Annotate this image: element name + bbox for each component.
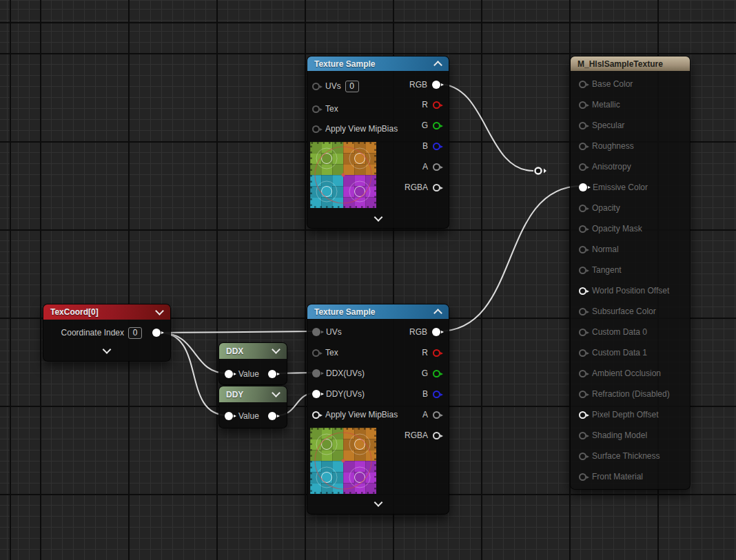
ddy-header[interactable]: DDY — [219, 386, 287, 402]
node-texture-sample-top[interactable]: Texture Sample UVs 0 Tex Apply View MipB… — [307, 56, 449, 229]
b-output-pin[interactable] — [433, 391, 440, 398]
texcoord-header[interactable]: TexCoord[0] — [43, 304, 170, 320]
g-output-label: G — [422, 121, 428, 130]
material-pin-surface-thickness[interactable] — [579, 453, 586, 460]
b-output-pin[interactable] — [433, 143, 440, 150]
chevron-down-icon[interactable] — [272, 345, 280, 354]
wire-rgb-dangling[interactable] — [438, 84, 533, 171]
material-pin-shading-model[interactable] — [579, 432, 586, 439]
tex-input-pin[interactable] — [312, 349, 320, 357]
rgba-output-pin[interactable] — [433, 432, 440, 439]
material-pin-ambient-occlusion[interactable] — [579, 370, 586, 377]
material-pin-opacity-mask-label: Opacity Mask — [592, 224, 642, 234]
chevron-down-icon — [374, 498, 382, 507]
texture-sample-top-title: Texture Sample — [314, 59, 375, 69]
material-pin-refraction[interactable] — [579, 391, 586, 398]
material-pin-opacity[interactable] — [579, 205, 586, 212]
wire-rgb-to-emissive[interactable] — [438, 186, 582, 331]
node-ddy[interactable]: DDY Value — [218, 386, 287, 428]
uvs-input-pin[interactable] — [312, 328, 320, 336]
material-pin-world-position-offset-label: World Position Offset — [592, 286, 669, 295]
material-header[interactable]: M_HlslSampleTexture — [571, 56, 690, 71]
g-output-label: G — [422, 369, 428, 378]
uvs-input-pin[interactable] — [312, 83, 320, 90]
ddx-value-input-pin[interactable] — [225, 370, 233, 378]
rgb-output-label: RGB — [409, 327, 427, 337]
material-pin-tangent-label: Tangent — [592, 265, 622, 275]
material-pin-subsurface-color-label: Subsurface Color — [592, 307, 656, 316]
material-pin-emissive-color-label: Emissive Color — [593, 183, 648, 192]
material-pin-base-color-label: Base Color — [592, 79, 633, 89]
ddy-output-pin[interactable] — [268, 412, 276, 420]
texture-sample-top-collapse-button[interactable] — [375, 211, 381, 223]
chevron-down-icon — [103, 345, 112, 354]
ddy-title: DDY — [226, 390, 243, 400]
b-output-label: B — [422, 141, 428, 151]
coordinate-index-label: Coordinate Index — [61, 328, 124, 338]
material-pin-base-color[interactable] — [579, 81, 586, 88]
material-pin-ambient-occlusion-label: Ambient Occlusion — [592, 369, 661, 378]
chevron-down-icon[interactable] — [155, 307, 164, 315]
g-output-pin[interactable] — [433, 370, 440, 377]
material-pin-custom-data-0-label: Custom Data 0 — [592, 327, 647, 337]
texcoord-collapse-button[interactable] — [104, 343, 110, 355]
r-output-pin[interactable] — [433, 101, 440, 109]
material-pin-pixel-depth-offset-label: Pixel Depth Offset — [592, 410, 659, 419]
node-ddx[interactable]: DDX Value — [218, 342, 287, 385]
ddy-value-input-pin[interactable] — [225, 412, 233, 420]
material-pin-surface-thickness-label: Surface Thickness — [592, 451, 660, 461]
node-texcoord[interactable]: TexCoord[0] 0 Coordinate Index — [43, 304, 171, 362]
chevron-down-icon[interactable] — [272, 388, 280, 397]
r-output-label: R — [422, 100, 428, 110]
tex-input-label: Tex — [325, 104, 338, 114]
rgba-output-label: RGBA — [405, 183, 428, 192]
dangling-wire-endpoint-icon[interactable] — [535, 168, 547, 174]
material-pin-custom-data-1[interactable] — [579, 349, 586, 357]
texture-sample-bottom-collapse-button[interactable] — [375, 496, 381, 508]
texcoord-output-pin[interactable] — [152, 329, 161, 337]
tex-input-label: Tex — [325, 348, 338, 357]
ddx-uvs-input-pin[interactable] — [312, 369, 320, 377]
a-output-pin[interactable] — [433, 163, 440, 171]
material-pin-pixel-depth-offset[interactable] — [579, 411, 586, 419]
rgba-output-pin[interactable] — [433, 184, 440, 191]
material-pin-roughness[interactable] — [579, 143, 586, 150]
texture-sample-bottom-header[interactable]: Texture Sample — [307, 304, 449, 319]
material-pin-tangent[interactable] — [579, 267, 586, 274]
tex-input-pin[interactable] — [312, 105, 320, 113]
ddx-title: DDX — [226, 346, 243, 356]
material-pin-custom-data-0[interactable] — [579, 329, 586, 336]
material-pin-normal[interactable] — [579, 246, 586, 253]
apply-view-mipbias-input-pin[interactable] — [312, 125, 320, 133]
apply-view-mipbias-input-pin[interactable] — [312, 411, 320, 419]
material-pin-specular[interactable] — [579, 122, 586, 129]
a-output-pin[interactable] — [433, 411, 440, 419]
wire-texcoord-to-uvs[interactable] — [160, 331, 314, 333]
chevron-up-icon[interactable] — [433, 61, 442, 70]
ddx-header[interactable]: DDX — [219, 343, 287, 359]
coordinate-index-value[interactable]: 0 — [128, 327, 142, 339]
material-graph-canvas[interactable]: { "graph": { "background_color": "#24242… — [0, 0, 736, 560]
material-pin-metallic[interactable] — [579, 101, 586, 109]
material-pin-shading-model-label: Shading Model — [592, 431, 647, 440]
ddx-output-pin[interactable] — [268, 370, 276, 378]
material-pin-normal-label: Normal — [592, 245, 619, 254]
ddx-value-label: Value — [238, 369, 259, 379]
material-pin-subsurface-color[interactable] — [579, 308, 586, 315]
uvs-value[interactable]: 0 — [345, 81, 359, 92]
g-output-pin[interactable] — [433, 122, 440, 129]
rgb-output-pin[interactable] — [432, 81, 440, 89]
node-texture-sample-bottom[interactable]: Texture Sample UVs Tex DDX(UVs) DDY(UVs)… — [307, 304, 449, 515]
r-output-pin[interactable] — [433, 349, 440, 357]
material-pin-front-material[interactable] — [579, 473, 586, 481]
node-material-output[interactable]: M_HlslSampleTexture Base Color Metallic … — [570, 56, 691, 490]
texture-sample-top-header[interactable]: Texture Sample — [307, 56, 449, 71]
material-pin-opacity-mask[interactable] — [579, 225, 586, 233]
chevron-up-icon[interactable] — [433, 309, 442, 318]
rgb-output-pin[interactable] — [432, 328, 440, 336]
material-pin-world-position-offset[interactable] — [579, 287, 586, 295]
ddy-uvs-input-pin[interactable] — [312, 390, 320, 398]
material-pin-anisotropy[interactable] — [579, 163, 586, 171]
ddy-value-label: Value — [238, 411, 259, 421]
material-pin-emissive-color[interactable] — [579, 183, 587, 191]
